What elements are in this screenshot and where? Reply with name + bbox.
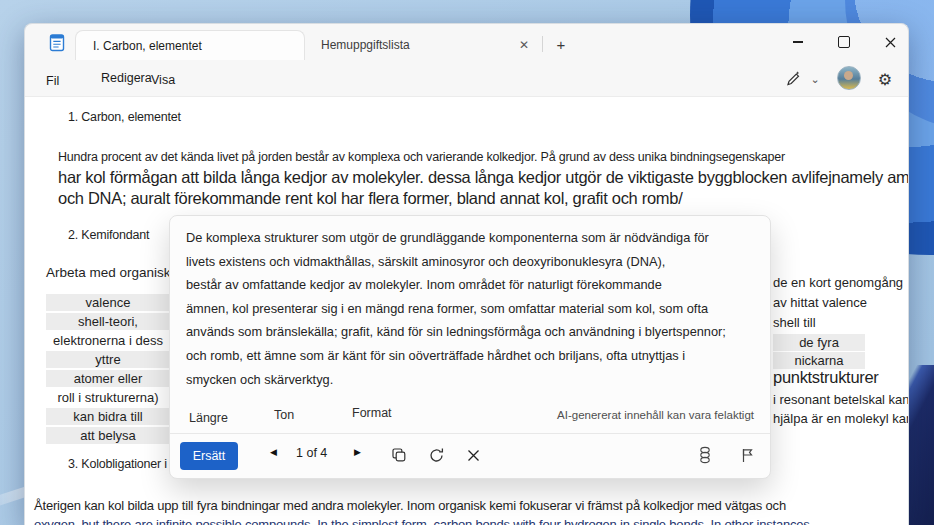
notepad-window: I. Carbon, elementet Hemuppgiftslista ✕ … bbox=[24, 23, 909, 525]
tab-hemuppgiftslista[interactable]: Hemuppgiftslista bbox=[307, 30, 535, 60]
report-flag-icon[interactable] bbox=[736, 444, 758, 466]
doc-fragment: hjälpa är en molekyl kan bbox=[773, 410, 909, 427]
settings-gear-icon[interactable]: ⚙ bbox=[873, 67, 897, 91]
tab-label: I. Carbon, elementet bbox=[93, 39, 202, 53]
ai-disclaimer: AI-genererat innehåll kan vara felaktigt bbox=[557, 409, 754, 421]
copy-icon[interactable] bbox=[388, 444, 410, 466]
minimize-button[interactable] bbox=[776, 24, 820, 60]
doc-fragment-selected: atomer eller bbox=[46, 370, 170, 387]
suggestion-line: och romb, ett ämne som är känt för sin o… bbox=[186, 344, 756, 368]
doc-heading-2: 2. Kemifondant bbox=[68, 228, 149, 242]
doc-paragraph: och DNA; auralt förekommande rent kol ha… bbox=[58, 189, 682, 208]
text-editor-area[interactable]: 1. Carbon, elementet Hundra procent av d… bbox=[25, 96, 908, 525]
doc-paragraph: Hundra procent av det kända livet på jor… bbox=[58, 150, 785, 164]
replace-button[interactable]: Ersätt bbox=[180, 442, 238, 470]
tab-carbon-elementet[interactable]: I. Carbon, elementet bbox=[75, 30, 305, 61]
doc-fragment-selected: valence bbox=[46, 294, 170, 311]
doc-fragment-selected: yttre bbox=[46, 351, 170, 368]
menu-file[interactable]: Fil bbox=[40, 72, 65, 90]
tone-dropdown[interactable]: Ton bbox=[270, 406, 298, 424]
dismiss-popup-icon[interactable] bbox=[462, 444, 484, 466]
doc-fragment-selected: shell-teori, bbox=[46, 313, 170, 330]
chevron-down-icon[interactable]: ⌄ bbox=[803, 67, 827, 91]
popup-footer: Ersätt ◀ 1 of 4 ▶ bbox=[170, 433, 770, 478]
doc-fragment: i resonant betelskal kan bbox=[773, 391, 909, 408]
next-suggestion-icon[interactable]: ▶ bbox=[354, 447, 361, 457]
doc-fragment-selected: kan bidra till bbox=[46, 408, 170, 425]
rewrite-suggestion-text: De komplexa strukturer som utgör de grun… bbox=[186, 226, 756, 391]
maximize-icon bbox=[838, 36, 850, 48]
suggestion-line: De komplexa strukturer som utgör de grun… bbox=[186, 226, 756, 250]
doc-fragment: roll i strukturerna) bbox=[46, 389, 170, 406]
maximize-button[interactable] bbox=[822, 24, 866, 60]
doc-fragment-selected: nickarna bbox=[773, 352, 865, 369]
doc-paragraph: oxygen, but there are infinite possible … bbox=[34, 517, 813, 525]
doc-heading-3: 3. Kolobligationer i ( bbox=[68, 457, 174, 471]
regenerate-icon[interactable] bbox=[425, 444, 447, 466]
doc-fragment-selected: de fyra bbox=[773, 334, 865, 351]
length-dropdown[interactable]: Längre bbox=[185, 409, 232, 427]
titlebar[interactable]: I. Carbon, elementet Hemuppgiftslista ✕ … bbox=[25, 24, 908, 60]
doc-paragraph: Återigen kan kol bilda upp till fyra bin… bbox=[34, 498, 786, 513]
doc-paragraph: har kol förmågan att bilda långa kedjor … bbox=[58, 168, 909, 187]
menu-view[interactable]: Visa bbox=[145, 71, 181, 89]
notepad-app-icon bbox=[49, 32, 65, 56]
doc-fragment-selected: att belysa bbox=[46, 427, 170, 444]
tab-separator bbox=[542, 36, 543, 52]
account-avatar[interactable] bbox=[837, 66, 861, 90]
menubar: Fil Redigera Visa ⌄ ⚙ bbox=[25, 60, 908, 96]
desktop-wallpaper: I. Carbon, elementet Hemuppgiftslista ✕ … bbox=[0, 0, 934, 525]
new-tab-button[interactable]: + bbox=[549, 32, 573, 56]
stacked-rings-icon[interactable] bbox=[694, 444, 716, 466]
rewrite-pen-icon[interactable] bbox=[781, 67, 805, 91]
doc-fragment: de en kort genomgång bbox=[773, 274, 903, 291]
tab-label: Hemuppgiftslista bbox=[321, 38, 410, 52]
suggestion-pager: 1 of 4 bbox=[296, 446, 327, 460]
doc-fragment: av hittat valence bbox=[773, 294, 867, 311]
tab-close-icon[interactable]: ✕ bbox=[513, 34, 535, 56]
close-button[interactable] bbox=[868, 24, 909, 60]
minimize-icon bbox=[793, 41, 803, 42]
suggestion-line: består av omfattande kedjor av molekyler… bbox=[186, 273, 756, 297]
doc-fragment: shell till bbox=[773, 314, 816, 331]
doc-fragment: Arbeta med organisk bbox=[46, 265, 171, 280]
doc-fragment: punktstrukturer bbox=[773, 368, 879, 387]
previous-suggestion-icon[interactable]: ◀ bbox=[270, 447, 277, 457]
suggestion-line: används som bränslekälla; grafit, känd f… bbox=[186, 320, 756, 344]
suggestion-line: smycken och skärverktyg. bbox=[186, 368, 756, 392]
close-icon bbox=[885, 37, 896, 48]
doc-fragment: elektronerna i dess bbox=[46, 332, 170, 349]
doc-heading-1: 1. Carbon, elementet bbox=[68, 110, 181, 124]
format-dropdown[interactable]: Format bbox=[348, 404, 396, 422]
rewrite-popup: De komplexa strukturer som utgör de grun… bbox=[169, 215, 771, 479]
suggestion-line: ämnen, kol presenterar sig i en mängd re… bbox=[186, 297, 756, 321]
suggestion-line: livets existens och vidmakthållas, särsk… bbox=[186, 250, 756, 274]
